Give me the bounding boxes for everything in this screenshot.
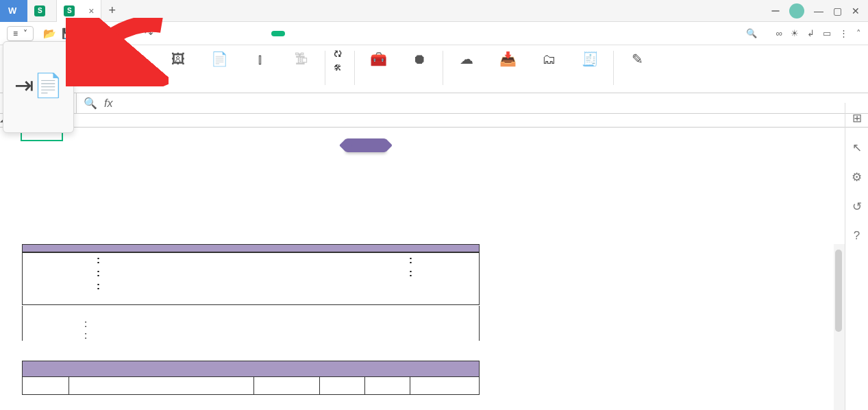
ribbon-tabs	[166, 31, 300, 36]
design-library-button[interactable]: 🗂	[528, 45, 569, 71]
title-bar: W S S × + — ▢ ✕	[0, 0, 868, 22]
separator	[443, 51, 443, 85]
search-icon: 🔍	[746, 28, 757, 38]
print-icon[interactable]: 🖨	[96, 27, 106, 40]
invoice-icon: 🧾	[580, 49, 599, 69]
avatar[interactable]	[789, 3, 804, 19]
redo-icon[interactable]: ↷	[145, 27, 153, 40]
cloud-icon: ☁	[457, 49, 476, 69]
toolbox-icon: 🧰	[369, 49, 388, 69]
print-preview-icon[interactable]: 👁	[80, 27, 90, 40]
collapse-ribbon-icon[interactable]: ˄	[856, 28, 861, 38]
tab-tools[interactable]	[271, 31, 285, 36]
wrap-icon[interactable]: ↲	[807, 28, 815, 38]
fx-icon[interactable]: fx	[104, 97, 112, 110]
ribbon-toolbar: ⧉ 🖼 📄 ⫿ 🗜 🗘 🛠 🧰 ⏺ ☁ 📥 🗂 🧾 ✎	[0, 45, 868, 93]
separator	[613, 51, 614, 85]
separator	[325, 51, 325, 85]
tab-page-layout[interactable]	[196, 31, 199, 36]
export-icon: ⇥📄	[14, 71, 62, 99]
picture-icon: 🖼	[169, 49, 188, 69]
scrollbar-thumb[interactable]	[835, 250, 842, 332]
tax-invoice-badge	[345, 138, 386, 152]
titlebar-extra-icons: ∞ ☀ ↲ ▭ ⋮ ˄	[776, 28, 861, 38]
pdf-icon: 📄	[210, 49, 229, 69]
maximize-button[interactable]: ▢	[833, 5, 842, 16]
window-icon[interactable]: ▭	[823, 28, 831, 38]
tab-invoice[interactable]: S ×	[57, 0, 101, 22]
window-count-badge[interactable]	[771, 10, 780, 12]
vertical-scrollbar[interactable]	[834, 244, 845, 410]
more-icon[interactable]: ⋮	[839, 28, 848, 38]
record-icon: ⏺	[410, 49, 429, 69]
files-repair-button[interactable]: 🛠	[334, 63, 346, 73]
purple-divider	[22, 244, 480, 252]
zoom-icon[interactable]: 🔍	[84, 97, 97, 110]
tab-smart-toolbox[interactable]	[297, 31, 300, 36]
spreadsheet-icon: S	[64, 5, 75, 16]
invoice-maker-button[interactable]: 🧾	[569, 45, 610, 71]
split-merge-button[interactable]: ⫿	[240, 45, 281, 71]
ocr-icon: ⧉	[127, 49, 147, 69]
zoom-icon[interactable]: 🔍	[112, 27, 125, 40]
tab-view[interactable]	[256, 31, 259, 36]
screen-recorder-button[interactable]: ⏺	[399, 45, 440, 71]
chevron-down-icon: ˅	[23, 29, 27, 38]
save-icon[interactable]: 💾	[62, 27, 75, 40]
history-icon[interactable]: ↺	[852, 200, 862, 214]
spreadsheet-grid[interactable]: : : : : : : :	[0, 128, 868, 410]
batch-rename-button[interactable]: ✎	[617, 45, 658, 71]
menu-bar: ≡ ˅ 📂 💾 👁 🖨 🔍 ↶ ↷ 🔍 ∞ ☀ ↲ ▭ ⋮ ˄	[0, 22, 868, 45]
app-logo-icon: W	[8, 5, 16, 16]
open-icon[interactable]: 📂	[43, 27, 56, 40]
app-badge[interactable]: W	[0, 0, 27, 22]
new-tab-button[interactable]: +	[101, 3, 123, 18]
invoice-table-header	[22, 361, 480, 377]
repair-icon: 🛠	[334, 63, 342, 73]
separator	[354, 51, 355, 85]
tab-home[interactable]	[166, 31, 169, 36]
menu-button[interactable]: ≡ ˅	[7, 26, 34, 41]
file-collect-button[interactable]: 📥	[487, 45, 528, 71]
save-to-cloud-button[interactable]: ☁	[446, 45, 487, 71]
close-icon[interactable]: ×	[88, 5, 94, 16]
close-button[interactable]: ✕	[852, 5, 860, 16]
tab-data[interactable]	[226, 31, 229, 36]
document-compressor-button[interactable]: 🗜	[281, 45, 322, 71]
compress-icon: 🗜	[292, 49, 311, 69]
side-panel: ⊞ ↖ ⚙ ↺ ?	[845, 103, 868, 410]
tab-formulas[interactable]	[211, 31, 214, 36]
rename-icon: ✎	[628, 49, 647, 69]
select-icon[interactable]: ↖	[852, 141, 862, 155]
invoice-empty-row	[22, 377, 480, 395]
find-commands-input[interactable]: 🔍	[746, 28, 760, 38]
tab-review[interactable]	[241, 31, 244, 36]
picture-to-pdf-button[interactable]: 🖼	[158, 45, 199, 71]
smart-toolbox-button[interactable]: 🧰	[358, 45, 399, 71]
undo-icon[interactable]: ↶	[130, 27, 139, 40]
backup-icon: 🗘	[334, 49, 342, 59]
formula-bar: ˅ 🔍 fx	[0, 93, 868, 114]
settings-icon[interactable]: ⚙	[852, 170, 862, 184]
pdf-to-excel-button[interactable]: 📄	[199, 45, 240, 71]
share-icon[interactable]: ∞	[776, 28, 782, 38]
help-icon[interactable]: ?	[854, 229, 860, 243]
split-icon: ⫿	[251, 49, 270, 69]
export-to-pdf-button[interactable]: ⇥📄	[3, 41, 74, 133]
tab-insert[interactable]	[181, 31, 184, 36]
minimize-button[interactable]: —	[814, 5, 823, 16]
quick-access-toolbar: 📂 💾 👁 🖨 🔍 ↶ ↷	[43, 27, 153, 40]
tab-excel[interactable]: S	[27, 0, 57, 22]
ocr-button[interactable]: ⧉	[116, 45, 158, 71]
panel-icon[interactable]: ⊞	[852, 111, 862, 125]
column-headers: ◢	[0, 114, 868, 128]
theme-icon[interactable]: ☀	[791, 28, 799, 38]
spreadsheet-icon: S	[34, 5, 45, 16]
library-icon: 🗂	[539, 49, 558, 69]
collect-icon: 📥	[498, 49, 517, 69]
auto-backup-button[interactable]: 🗘	[334, 49, 346, 59]
